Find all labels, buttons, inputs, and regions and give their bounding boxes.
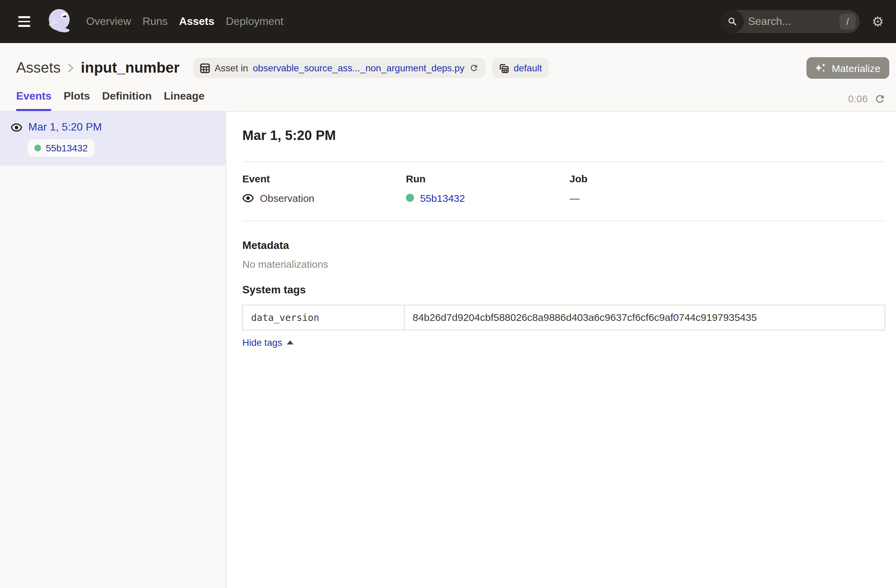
hide-tags-link[interactable]: Hide tags	[242, 337, 294, 348]
top-nav: Overview Runs Assets Deployment / ⚙	[0, 0, 896, 43]
event-timestamp-link[interactable]: Mar 1, 5:20 PM	[28, 121, 102, 133]
event-run-id: 55b13432	[46, 143, 88, 153]
tag-value-cell: 84b26d7d9204cbf588026c8a9886d403a6c9637c…	[405, 305, 885, 330]
asset-location-prefix: Asset in	[215, 62, 248, 73]
run-status-dot	[406, 194, 414, 202]
app-root: Overview Runs Assets Deployment / ⚙ Asse…	[0, 0, 896, 588]
nav-links: Overview Runs Assets Deployment	[86, 15, 283, 27]
refresh-countdown: 0:06	[848, 93, 868, 104]
observation-eye-icon	[242, 193, 254, 202]
search-icon	[721, 10, 744, 33]
repo-default-link[interactable]: default	[514, 62, 542, 73]
job-label: Job	[570, 173, 885, 184]
chevron-right-icon	[67, 62, 74, 73]
run-label: Run	[406, 173, 570, 184]
event-summary: Event Observation Run	[242, 173, 885, 205]
table-icon	[200, 63, 210, 73]
search-input[interactable]	[744, 15, 840, 27]
search-box[interactable]: /	[721, 10, 859, 33]
run-status-dot	[34, 144, 41, 151]
materialize-button[interactable]: Materialize	[807, 57, 889, 79]
refresh-area: 0:06	[848, 93, 885, 104]
asset-location-badge: Asset in observable_source_ass..._non_ar…	[193, 58, 485, 78]
repo-badge: default	[492, 58, 549, 78]
caret-up-icon	[287, 340, 294, 345]
system-tags-heading: System tags	[242, 283, 885, 297]
workspace-icon	[499, 63, 509, 73]
tag-key-cell: data_version	[243, 305, 405, 330]
divider	[242, 161, 885, 162]
event-list-item[interactable]: Mar 1, 5:20 PM 55b13432	[0, 112, 226, 166]
divider	[242, 221, 885, 221]
page-title: input_number	[81, 59, 180, 77]
refresh-icon[interactable]	[875, 93, 885, 104]
nav-item-assets[interactable]: Assets	[179, 15, 215, 27]
nav-item-deployment[interactable]: Deployment	[226, 15, 283, 27]
hamburger-menu-button[interactable]	[11, 8, 38, 35]
nav-item-overview[interactable]: Overview	[86, 15, 131, 27]
tab-events[interactable]: Events	[16, 90, 52, 111]
event-column: Event Observation	[242, 173, 406, 205]
run-id-link[interactable]: 55b13432	[420, 192, 465, 204]
event-list-sidebar: Mar 1, 5:20 PM 55b13432	[0, 112, 226, 588]
event-type: Observation	[260, 192, 314, 204]
tab-plots[interactable]: Plots	[64, 90, 90, 111]
run-column: Run 55b13432	[406, 173, 570, 205]
job-column: Job —	[570, 173, 885, 205]
hide-tags-label: Hide tags	[242, 337, 282, 348]
event-detail-panel: Mar 1, 5:20 PM Event Observation	[226, 112, 896, 588]
metadata-heading: Metadata	[242, 239, 885, 252]
nav-item-runs[interactable]: Runs	[142, 15, 168, 27]
job-value: —	[570, 192, 580, 204]
event-detail-title: Mar 1, 5:20 PM	[242, 126, 885, 144]
event-label: Event	[242, 173, 406, 184]
breadcrumb: Assets input_number Asset in observable_…	[16, 52, 889, 84]
materialize-label: Materialize	[832, 62, 881, 74]
settings-gear-icon[interactable]: ⚙	[869, 12, 887, 31]
page-header: Assets input_number Asset in observable_…	[0, 43, 896, 112]
asset-tabs: Events Plots Definition Lineage 0:06	[16, 90, 889, 111]
content-area: Mar 1, 5:20 PM 55b13432 Mar 1, 5:20 PM E…	[0, 112, 896, 588]
dagster-logo[interactable]	[46, 7, 75, 36]
tab-definition[interactable]: Definition	[102, 90, 152, 111]
observation-eye-icon	[11, 123, 22, 132]
asset-definition-file-link[interactable]: observable_source_ass..._non_argument_de…	[253, 62, 465, 73]
metadata-empty-message: No materializations	[242, 258, 885, 271]
sparkle-icon	[815, 62, 826, 73]
event-run-pill[interactable]: 55b13432	[27, 139, 94, 157]
reload-definitions-icon[interactable]	[469, 63, 478, 73]
tab-lineage[interactable]: Lineage	[164, 90, 205, 111]
breadcrumb-assets-link[interactable]: Assets	[16, 59, 61, 77]
search-shortcut-key: /	[840, 14, 856, 30]
system-tags-table: data_version 84b26d7d9204cbf588026c8a988…	[242, 305, 885, 330]
